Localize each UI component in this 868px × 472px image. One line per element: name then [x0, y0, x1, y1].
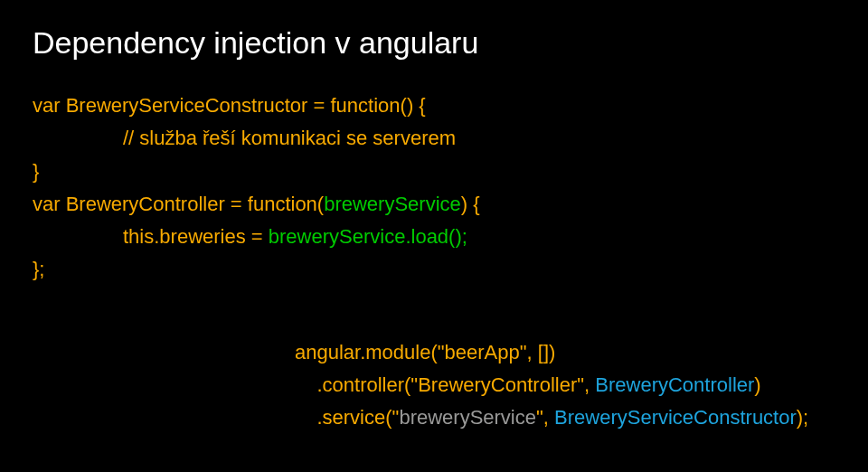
code-text: )	[754, 373, 760, 396]
code-line: this.breweries = breweryService.load();	[33, 221, 835, 253]
code-service-name: breweryService	[399, 406, 536, 429]
code-block-1: var BreweryServiceConstructor = function…	[33, 90, 835, 287]
code-block-2: angular.module("beerApp", []) .controlle…	[33, 336, 835, 435]
code-line: .controller("BreweryController", Brewery…	[295, 369, 835, 401]
code-arg: BreweryServiceConstructor	[554, 406, 797, 429]
code-text: ",	[536, 406, 554, 429]
code-text: .service("	[295, 406, 399, 429]
code-line: .service("breweryService", BreweryServic…	[295, 401, 835, 434]
code-line: }	[33, 156, 835, 188]
code-arg: BreweryController	[595, 373, 754, 396]
code-text: );	[797, 406, 808, 429]
code-call: breweryService.load();	[269, 225, 467, 248]
code-line: var BreweryController = function(brewery…	[33, 188, 835, 221]
code-text: .controller("BreweryController",	[295, 373, 595, 396]
slide-title: Dependency injection v angularu	[33, 25, 835, 61]
slide: Dependency injection v angularu var Brew…	[0, 0, 868, 472]
code-text: var BreweryController = function(	[33, 193, 324, 215]
code-param: breweryService	[324, 193, 461, 215]
code-text: this.breweries =	[123, 225, 269, 248]
code-line: angular.module("beerApp", [])	[295, 336, 835, 369]
code-text: ) {	[461, 193, 480, 215]
code-line: var BreweryServiceConstructor = function…	[33, 90, 835, 122]
code-line-comment: // služba řeší komunikaci se serverem	[33, 122, 835, 155]
code-line: };	[33, 253, 835, 286]
